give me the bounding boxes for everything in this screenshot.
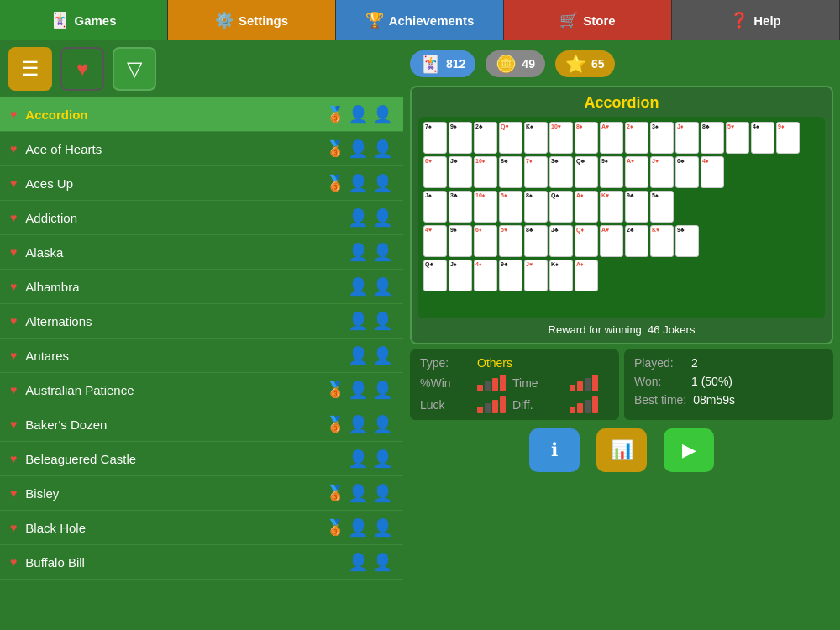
nav-games[interactable]: 🃏 Games: [0, 0, 168, 40]
filter-icon: ▽: [127, 57, 142, 81]
card: J♦: [675, 122, 699, 154]
star-stat: ⭐ 65: [555, 50, 615, 77]
person-icon-2: 👤: [372, 242, 393, 262]
card: K♠: [549, 260, 573, 291]
person-icon: 👤: [348, 104, 369, 124]
bar-4: [500, 375, 506, 391]
game-item-alhambra[interactable]: ♥ Alhambra 👤 👤: [0, 270, 403, 304]
card: J♠: [423, 191, 447, 223]
game-name: Australian Patience: [25, 383, 326, 397]
game-item-bakers-dozen[interactable]: ♥ Baker's Dozen 🥉 👤 👤: [0, 407, 403, 442]
badges: 👤 👤: [348, 311, 393, 331]
diff-label: Diff.: [512, 398, 563, 412]
bar-3: [585, 378, 591, 391]
bar-1: [570, 385, 575, 391]
games-icon: 🃏: [50, 11, 69, 29]
person-icon: 👤: [348, 311, 369, 331]
game-item-addiction[interactable]: ♥ Addiction 👤 👤: [0, 201, 403, 235]
game-item-aces-up[interactable]: ♥ Aces Up 🥉 👤 👤: [0, 166, 403, 201]
coin-stat: 🪙 49: [486, 50, 545, 77]
game-item-accordion[interactable]: ♥ Accordion 🥉 👤 👤: [0, 97, 403, 132]
medal-icon: 🥉: [326, 484, 344, 502]
medal-icon: 🥉: [326, 105, 344, 123]
card: 10♥: [549, 122, 573, 154]
game-name: Antares: [25, 349, 348, 363]
badges: 🥉 👤 👤: [326, 139, 393, 159]
play-button[interactable]: ▶: [664, 428, 714, 472]
reward-text: Reward for winning: 46 Jokers: [418, 323, 825, 336]
game-name: Aces Up: [25, 176, 326, 191]
card-row-5: Q♣ J♠ 4♦ 9♣ J♥ K♠ A♦: [423, 260, 820, 291]
person-icon: 👤: [348, 552, 369, 572]
badges: 🥉 👤 👤: [326, 483, 393, 503]
info-button[interactable]: ℹ: [529, 428, 580, 472]
win-time-row: %Win Time: [420, 375, 609, 391]
info-icon: ℹ: [551, 439, 558, 461]
joker-icon: 🃏: [420, 54, 441, 74]
nav-games-label: Games: [74, 13, 116, 28]
nav-help[interactable]: ❓ Help: [672, 0, 840, 40]
heart-indicator: ♥: [10, 142, 17, 155]
badges: 👤 👤: [348, 552, 393, 572]
chart-icon: 📊: [611, 439, 633, 461]
nav-settings-label: Settings: [239, 13, 288, 28]
bar-4: [592, 396, 598, 413]
card-table: 7♠ 9♠ 2♣ Q♥ K♠ 10♥ 8♦ A♥ 2♦ 3♠ J♦ 8♣ 5♥ …: [418, 117, 825, 318]
person-icon-2: 👤: [372, 449, 393, 469]
card: J♥: [524, 260, 548, 291]
filter-button[interactable]: ▽: [113, 47, 156, 91]
game-item-ace-of-hearts[interactable]: ♥ Ace of Hearts 🥉 👤 👤: [0, 132, 403, 166]
best-time-value: 08m59s: [693, 393, 735, 407]
game-item-australian-patience[interactable]: ♥ Australian Patience 🥉 👤 👤: [0, 373, 403, 407]
heart-indicator: ♥: [10, 314, 17, 328]
time-bars: [570, 375, 598, 391]
person-icon-2: 👤: [372, 552, 393, 572]
nav-settings[interactable]: ⚙️ Settings: [168, 0, 336, 40]
nav-achievements[interactable]: 🏆 Achievements: [336, 0, 504, 40]
badges: 👤 👤: [348, 276, 393, 297]
stats-button[interactable]: 📊: [596, 428, 647, 472]
win-label: %Win: [420, 376, 470, 390]
game-item-antares[interactable]: ♥ Antares 👤 👤: [0, 339, 403, 373]
game-name: Alhambra: [25, 280, 348, 294]
game-item-alternations[interactable]: ♥ Alternations 👤 👤: [0, 304, 403, 339]
card: 3♣: [549, 156, 573, 188]
bar-2: [577, 403, 583, 413]
list-view-button[interactable]: ☰: [8, 47, 52, 91]
game-item-bisley[interactable]: ♥ Bisley 🥉 👤 👤: [0, 476, 403, 511]
card: Q♥: [499, 122, 522, 154]
info-left: Type: Others %Win Time: [410, 349, 619, 420]
person-icon: 👤: [348, 276, 369, 297]
luck-diff-row: Luck Diff.: [420, 396, 609, 413]
card: Q♠: [549, 191, 573, 223]
card: 5♥: [726, 122, 749, 154]
bar-2: [485, 403, 491, 413]
card: 2♣: [474, 122, 497, 154]
card: 8♠: [524, 191, 548, 223]
card: 9♣: [675, 225, 699, 257]
bar-2: [577, 381, 583, 391]
preview-title: Accordion: [418, 94, 825, 112]
person-icon: 👤: [348, 414, 369, 434]
bottom-buttons: ℹ 📊 ▶: [410, 425, 833, 475]
game-item-alaska[interactable]: ♥ Alaska 👤 👤: [0, 235, 403, 270]
medal-icon: 🥉: [326, 174, 344, 192]
card: 9♣: [499, 260, 522, 291]
game-item-beleaguered-castle[interactable]: ♥ Beleaguered Castle 👤 👤: [0, 442, 403, 476]
game-item-black-hole[interactable]: ♥ Black Hole 🥉 👤 👤: [0, 511, 403, 545]
best-time-row: Best time: 08m59s: [634, 393, 823, 407]
bar-3: [492, 378, 498, 391]
card: J♣: [449, 156, 472, 188]
card-row-3: J♠ 3♣ 10♦ 5♦ 8♠ Q♠ A♦ K♥ 9♣ 5♠: [423, 191, 820, 223]
medal-icon: 🥉: [326, 381, 344, 399]
heart-indicator: ♥: [10, 383, 17, 396]
badges: 👤 👤: [348, 242, 393, 262]
game-info: Type: Others %Win Time: [410, 349, 833, 420]
nav-help-label: Help: [753, 13, 781, 28]
heart-indicator: ♥: [10, 108, 17, 121]
nav-store[interactable]: 🛒 Store: [504, 0, 672, 40]
card: 6♥: [423, 156, 447, 188]
game-item-buffalo-bill[interactable]: ♥ Buffalo Bill 👤 👤: [0, 545, 403, 580]
list-icon: ☰: [21, 57, 39, 81]
favorites-button[interactable]: ♥: [60, 47, 104, 91]
